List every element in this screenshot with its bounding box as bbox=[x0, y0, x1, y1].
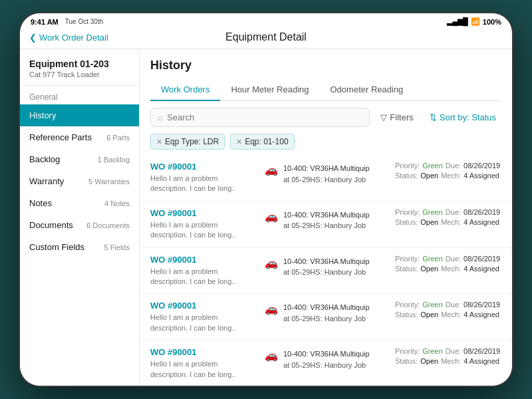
wo-number-1: WO #90001 bbox=[150, 162, 257, 172]
equipment-icon-4: 🚗 bbox=[265, 303, 278, 315]
sort-button[interactable]: ⇅ Sort by: Status bbox=[424, 108, 501, 126]
filter-chip-eqp-num[interactable]: ✕ Eqp: 01-100 bbox=[230, 134, 294, 150]
equipment-id: Equipment 01-203 bbox=[29, 59, 130, 69]
filter-chips: ✕ Eqp Type: LDR ✕ Eqp: 01-100 bbox=[140, 134, 512, 155]
sidebar-custom-label: Custom Fields bbox=[29, 242, 84, 252]
content-title: History bbox=[150, 59, 501, 72]
status-time: 9:41 AM bbox=[31, 18, 59, 26]
chip-eqp-num-label: Eqp: 01-100 bbox=[245, 137, 288, 146]
equipment-name: Cat 977 Track Loader bbox=[29, 70, 130, 78]
wo-number-5: WO #90001 bbox=[150, 347, 257, 357]
table-row[interactable]: WO #90001 Hello I am a problem descripti… bbox=[140, 340, 512, 386]
content-header: History Work Orders Hour Meter Reading O… bbox=[140, 49, 512, 101]
filter-icon: ▽ bbox=[380, 112, 387, 122]
main-layout: Equipment 01-203 Cat 977 Track Loader Ge… bbox=[20, 49, 512, 386]
table-row[interactable]: WO #90001 Hello I am a problem descripti… bbox=[140, 248, 512, 295]
sidebar-item-documents[interactable]: Documents 6 Documents bbox=[20, 214, 139, 236]
equipment-icon-1: 🚗 bbox=[265, 164, 278, 176]
equipment-icon-5: 🚗 bbox=[265, 349, 278, 362]
signal-icon: ▂▄▆█ bbox=[447, 17, 468, 26]
search-icon: ⌕ bbox=[158, 112, 163, 122]
equipment-icon-2: 🚗 bbox=[265, 210, 278, 223]
sidebar-refparts-badge: 6 Parts bbox=[106, 134, 130, 142]
wo-equipment-5: 10-400: VR36HA Multiquip at 05-29HS: Han… bbox=[283, 348, 370, 370]
wo-left-2: WO #90001 Hello I am a problem descripti… bbox=[150, 208, 257, 241]
table-row[interactable]: WO #90001 Hello I am a problem descripti… bbox=[140, 155, 512, 201]
status-date: Tue Oct 30th bbox=[65, 18, 103, 25]
wo-equipment-4: 10-400: VR36HA Multiquip at 05-29HS: Han… bbox=[283, 302, 370, 324]
search-filter-bar: ⌕ ▽ Filters ⇅ Sort by: Status bbox=[140, 101, 512, 134]
sidebar-item-notes[interactable]: Notes 4 Notes bbox=[20, 192, 139, 214]
wo-middle-4: 🚗 10-400: VR36HA Multiquip at 05-29HS: H… bbox=[265, 301, 387, 333]
wo-left-1: WO #90001 Hello I am a problem descripti… bbox=[150, 162, 257, 194]
filter-label: Filters bbox=[390, 112, 413, 122]
wo-equipment-2: 10-400: VR36HA Multiquip at 05-29HS: Han… bbox=[283, 209, 370, 231]
wo-middle-5: 🚗 10-400: VR36HA Multiquip at 05-29HS: H… bbox=[265, 347, 387, 380]
wo-number-4: WO #90001 bbox=[150, 301, 257, 311]
sidebar-warranty-badge: 5 Warranties bbox=[88, 178, 130, 186]
sidebar-item-history[interactable]: History bbox=[20, 104, 139, 126]
search-input[interactable] bbox=[167, 112, 362, 122]
sidebar-backlog-badge: 1 Backlog bbox=[98, 156, 130, 164]
sidebar-refparts-label: Reference Parts bbox=[29, 132, 92, 142]
sidebar-item-custom-fields[interactable]: Custom Fields 5 Fields bbox=[20, 236, 139, 258]
work-orders-list: WO #90001 Hello I am a problem descripti… bbox=[140, 155, 512, 386]
nav-bar: ❮ Work Order Detail Equipment Detail bbox=[20, 29, 512, 49]
wo-desc-2: Hello I am a problem description. I can … bbox=[150, 220, 257, 241]
sidebar-notes-label: Notes bbox=[29, 198, 52, 208]
status-icons: ▂▄▆█ 📶 100% bbox=[447, 17, 501, 26]
tab-odometer[interactable]: Odometer Reading bbox=[320, 79, 414, 101]
sidebar-notes-badge: 4 Notes bbox=[104, 200, 130, 207]
sidebar-header: Equipment 01-203 Cat 977 Track Loader bbox=[20, 49, 139, 86]
sidebar-item-reference-parts[interactable]: Reference Parts 6 Parts bbox=[20, 126, 139, 148]
back-label: Work Order Detail bbox=[39, 33, 108, 43]
wo-right-2: Priority: Green Due: 08/26/2019 Status: … bbox=[395, 208, 501, 241]
filter-chip-eqp-type[interactable]: ✕ Eqp Type: LDR bbox=[150, 134, 225, 150]
sidebar-history-label: History bbox=[29, 110, 56, 120]
device-frame: 9:41 AM Tue Oct 30th ▂▄▆█ 📶 100% ❮ Work … bbox=[20, 13, 512, 386]
wo-right-1: Priority: Green Due: 08/26/2019 Status: … bbox=[395, 162, 501, 194]
wo-middle-2: 🚗 10-400: VR36HA Multiquip at 05-29HS: H… bbox=[265, 208, 387, 241]
nav-title: Equipment Detail bbox=[225, 31, 307, 43]
chip-close-icon-2[interactable]: ✕ bbox=[236, 138, 242, 146]
wo-left-4: WO #90001 Hello I am a problem descripti… bbox=[150, 301, 257, 333]
sidebar: Equipment 01-203 Cat 977 Track Loader Ge… bbox=[20, 49, 140, 386]
wo-desc-1: Hello I am a problem description. I can … bbox=[150, 174, 257, 194]
wo-right-4: Priority: Green Due: 08/26/2019 Status: … bbox=[395, 301, 501, 333]
search-box[interactable]: ⌕ bbox=[150, 108, 370, 127]
tab-bar: Work Orders Hour Meter Reading Odometer … bbox=[150, 79, 501, 101]
wo-equipment-3: 10-400: VR36HA Multiquip at 05-29HS: Han… bbox=[283, 256, 370, 278]
wo-number-2: WO #90001 bbox=[150, 208, 257, 218]
table-row[interactable]: WO #90001 Hello I am a problem descripti… bbox=[140, 201, 512, 248]
sort-label: Sort by: Status bbox=[440, 112, 496, 122]
tab-hour-meter[interactable]: Hour Meter Reading bbox=[220, 79, 319, 101]
equipment-icon-3: 🚗 bbox=[265, 257, 278, 269]
sort-icon: ⇅ bbox=[430, 112, 437, 122]
chip-close-icon[interactable]: ✕ bbox=[156, 138, 162, 146]
table-row[interactable]: WO #90001 Hello I am a problem descripti… bbox=[140, 294, 512, 340]
wo-number-3: WO #90001 bbox=[150, 255, 257, 265]
sidebar-item-backlog[interactable]: Backlog 1 Backlog bbox=[20, 148, 139, 170]
sidebar-section-label: General bbox=[20, 86, 139, 104]
wo-right-3: Priority: Green Due: 08/26/2019 Status: … bbox=[395, 255, 501, 287]
wo-left-5: WO #90001 Hello I am a problem descripti… bbox=[150, 347, 257, 380]
status-bar: 9:41 AM Tue Oct 30th ▂▄▆█ 📶 100% bbox=[20, 13, 512, 29]
wo-desc-5: Hello I am a problem description. I can … bbox=[150, 359, 257, 380]
sidebar-warranty-label: Warranty bbox=[29, 176, 64, 186]
wo-left-3: WO #90001 Hello I am a problem descripti… bbox=[150, 255, 257, 287]
back-button[interactable]: ❮ Work Order Detail bbox=[29, 33, 108, 43]
sidebar-custom-badge: 5 Fields bbox=[104, 243, 130, 251]
wo-middle-3: 🚗 10-400: VR36HA Multiquip at 05-29HS: H… bbox=[265, 255, 387, 287]
wo-equipment-1: 10-400: VR36HA Multiquip at 05-29HS: Han… bbox=[283, 163, 370, 185]
battery-icon: 100% bbox=[483, 18, 501, 26]
wo-desc-3: Hello I am a problem description. I can … bbox=[150, 267, 257, 287]
tab-work-orders[interactable]: Work Orders bbox=[150, 79, 220, 101]
sidebar-docs-badge: 6 Documents bbox=[86, 221, 130, 229]
wo-middle-1: 🚗 10-400: VR36HA Multiquip at 05-29HS: H… bbox=[265, 162, 387, 194]
content-area: History Work Orders Hour Meter Reading O… bbox=[140, 49, 512, 386]
sidebar-backlog-label: Backlog bbox=[29, 154, 60, 164]
sidebar-docs-label: Documents bbox=[29, 220, 73, 230]
chevron-left-icon: ❮ bbox=[29, 33, 37, 43]
filter-button[interactable]: ▽ Filters bbox=[375, 108, 418, 126]
sidebar-item-warranty[interactable]: Warranty 5 Warranties bbox=[20, 170, 139, 192]
